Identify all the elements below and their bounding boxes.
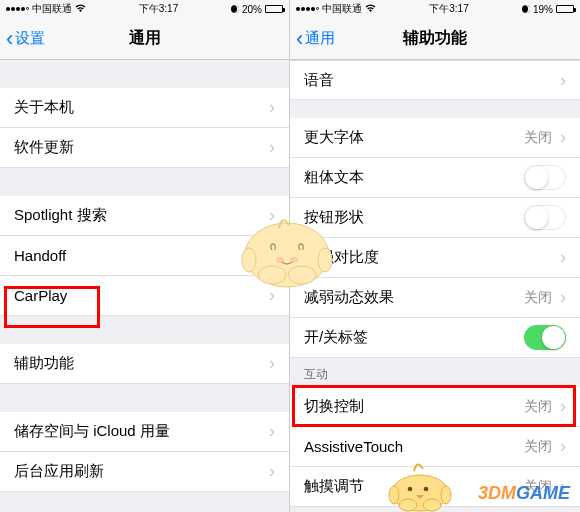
back-button[interactable]: ‹ 通用 bbox=[290, 26, 335, 52]
row-touch-accommodations[interactable]: 触摸调节 关闭 › bbox=[290, 467, 580, 507]
dnd-icon bbox=[231, 5, 239, 13]
back-button[interactable]: ‹ 设置 bbox=[0, 26, 45, 52]
chevron-right-icon: › bbox=[269, 461, 275, 482]
phone-accessibility: 中国联通 下午3:17 19% ‹ 通用 辅助功能 语音 › bbox=[290, 0, 580, 512]
battery-icon bbox=[265, 5, 283, 13]
chevron-left-icon: ‹ bbox=[6, 26, 13, 52]
carrier-label: 中国联通 bbox=[32, 2, 72, 16]
signal-dots-icon bbox=[6, 7, 29, 11]
row-button-shapes[interactable]: 按钮形状 bbox=[290, 198, 580, 238]
nav-bar: ‹ 通用 辅助功能 bbox=[290, 18, 580, 60]
chevron-right-icon: › bbox=[269, 245, 275, 266]
switch-on-off-labels[interactable] bbox=[524, 325, 566, 350]
row-software-update[interactable]: 软件更新 › bbox=[0, 128, 289, 168]
row-switch-control[interactable]: 切换控制 关闭 › bbox=[290, 387, 580, 427]
chevron-right-icon: › bbox=[269, 285, 275, 306]
switch-button-shapes[interactable] bbox=[524, 205, 566, 230]
back-label: 通用 bbox=[305, 29, 335, 48]
chevron-left-icon: ‹ bbox=[296, 26, 303, 52]
chevron-right-icon: › bbox=[560, 127, 566, 148]
clock-label: 下午3:17 bbox=[139, 2, 178, 16]
chevron-right-icon: › bbox=[269, 97, 275, 118]
row-increase-contrast[interactable]: 增强对比度 › bbox=[290, 238, 580, 278]
switch-bold-text[interactable] bbox=[524, 165, 566, 190]
chevron-right-icon: › bbox=[269, 421, 275, 442]
chevron-right-icon: › bbox=[560, 287, 566, 308]
phone-general: 中国联通 下午3:17 20% ‹ 设置 通用 关于本机 › bbox=[0, 0, 290, 512]
chevron-right-icon: › bbox=[560, 70, 566, 91]
battery-icon bbox=[556, 5, 574, 13]
row-on-off-labels[interactable]: 开/关标签 bbox=[290, 318, 580, 358]
back-label: 设置 bbox=[15, 29, 45, 48]
dnd-icon bbox=[522, 5, 530, 13]
row-bg-refresh[interactable]: 后台应用刷新 › bbox=[0, 452, 289, 492]
carrier-label: 中国联通 bbox=[322, 2, 362, 16]
chevron-right-icon: › bbox=[560, 247, 566, 268]
chevron-right-icon: › bbox=[269, 353, 275, 374]
row-larger-text[interactable]: 更大字体 关闭 › bbox=[290, 118, 580, 158]
chevron-right-icon: › bbox=[560, 476, 566, 497]
row-carplay[interactable]: CarPlay › bbox=[0, 276, 289, 316]
wifi-icon bbox=[75, 4, 86, 15]
row-voice[interactable]: 语音 › bbox=[290, 60, 580, 100]
section-interaction-header: 互动 bbox=[290, 358, 580, 387]
status-bar: 中国联通 下午3:17 20% bbox=[0, 0, 289, 18]
chevron-right-icon: › bbox=[269, 137, 275, 158]
row-reduce-motion[interactable]: 减弱动态效果 关闭 › bbox=[290, 278, 580, 318]
row-bold-text[interactable]: 粗体文本 bbox=[290, 158, 580, 198]
wifi-icon bbox=[365, 4, 376, 15]
nav-bar: ‹ 设置 通用 bbox=[0, 18, 289, 60]
row-about[interactable]: 关于本机 › bbox=[0, 88, 289, 128]
chevron-right-icon: › bbox=[560, 436, 566, 457]
row-storage[interactable]: 储存空间与 iCloud 用量 › bbox=[0, 412, 289, 452]
signal-dots-icon bbox=[296, 7, 319, 11]
row-handoff[interactable]: Handoff › bbox=[0, 236, 289, 276]
row-assistive-touch[interactable]: AssistiveTouch 关闭 › bbox=[290, 427, 580, 467]
row-spotlight[interactable]: Spotlight 搜索 › bbox=[0, 196, 289, 236]
battery-percent: 20% bbox=[242, 4, 262, 15]
battery-percent: 19% bbox=[533, 4, 553, 15]
clock-label: 下午3:17 bbox=[429, 2, 468, 16]
chevron-right-icon: › bbox=[269, 205, 275, 226]
row-accessibility[interactable]: 辅助功能 › bbox=[0, 344, 289, 384]
status-bar: 中国联通 下午3:17 19% bbox=[290, 0, 580, 18]
chevron-right-icon: › bbox=[560, 396, 566, 417]
